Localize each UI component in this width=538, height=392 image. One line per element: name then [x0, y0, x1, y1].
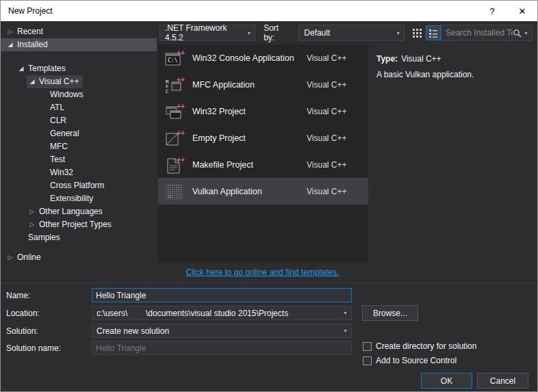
expander-spacer: [38, 179, 49, 192]
sidebar-item-installed[interactable]: ◢Installed: [1, 38, 157, 51]
svg-text:++: ++: [177, 75, 185, 83]
svg-text:++: ++: [177, 102, 185, 109]
new-project-dialog: New Project ? ✕ ▷Recent◢Installed◢Templa…: [0, 0, 538, 392]
sidebar-item-cross-platform[interactable]: Cross Platform: [1, 179, 157, 192]
sidebar-item-visual-c[interactable]: ◢Visual C++: [1, 75, 157, 88]
sidebar-item-label: General: [49, 127, 84, 140]
sidebar-item-other-project-types[interactable]: ▷Other Project Types: [1, 218, 157, 231]
framework-dropdown-value: .NET Framework 4.5.2: [165, 23, 242, 42]
expander-spacer: [38, 140, 49, 153]
template-language: Visual C++: [307, 187, 366, 196]
search-box[interactable]: ▼: [441, 25, 533, 41]
create-directory-checkbox[interactable]: Create directory for solution: [363, 341, 476, 351]
project-config-panel: Name: Location: c:\users\ \documents\vis…: [1, 283, 537, 391]
source-control-checkbox-label: Add to Source Control: [376, 356, 457, 365]
expander-spacer: [38, 153, 49, 166]
solution-label: Solution:: [6, 326, 38, 336]
svg-text:C:\: C:\: [168, 57, 178, 64]
sidebar-item-atl[interactable]: ATL: [1, 101, 157, 114]
expander-expanded-icon[interactable]: ◢: [27, 75, 38, 88]
sidebar-item-label: Installed: [16, 38, 52, 51]
online-templates-link[interactable]: Click here to go online and find templat…: [186, 267, 339, 277]
sidebar-item-label: Templates: [27, 62, 70, 75]
info-description: A basic Vulkan application.: [376, 70, 532, 79]
makefile-project-icon: ++: [164, 154, 185, 176]
sidebar-item-label: Extensibility: [49, 192, 97, 205]
sidebar-item-online[interactable]: ▷Online: [1, 251, 157, 264]
sort-dropdown[interactable]: Default ▼: [298, 25, 405, 41]
template-item-win32-console-application[interactable]: C:\++Win32 Console ApplicationVisual C++: [158, 44, 368, 71]
sidebar-item-recent[interactable]: ▷Recent: [1, 25, 157, 38]
location-value: c:\users\ \documents\visual studio 2015\…: [97, 309, 339, 318]
sidebar-item-general[interactable]: General: [1, 127, 157, 140]
expander-collapsed-icon[interactable]: ▷: [27, 218, 38, 231]
template-item-win32-project[interactable]: ++Win32 ProjectVisual C++: [158, 98, 368, 125]
expander-spacer: [38, 127, 49, 140]
help-button[interactable]: ?: [477, 1, 507, 21]
sidebar-item-other-languages[interactable]: ▷Other Languages: [1, 205, 157, 218]
list-view-button[interactable]: [426, 25, 441, 40]
expander-collapsed-icon[interactable]: ▷: [27, 205, 38, 218]
chevron-down-icon: ▼: [242, 31, 251, 36]
sidebar-item-label: Other Project Types: [38, 218, 116, 231]
template-name: MFC Application: [192, 80, 307, 90]
source-control-checkbox[interactable]: Add to Source Control: [363, 356, 457, 365]
template-name: Win32 Console Application: [192, 53, 307, 63]
chevron-down-icon[interactable]: ▼: [522, 31, 528, 36]
sidebar-item-label: CLR: [49, 114, 71, 127]
sidebar-item-label: Test: [49, 153, 69, 166]
template-name: Empty Project: [192, 133, 307, 143]
project-name-input[interactable]: [92, 288, 352, 302]
template-toolbar: .NET Framework 4.5.2 ▼ Sort by: Default …: [157, 21, 537, 44]
sidebar-item-samples[interactable]: Samples: [1, 231, 157, 244]
ok-button[interactable]: OK: [421, 373, 472, 389]
sidebar-item-clr[interactable]: CLR: [1, 114, 157, 127]
solution-name-label: Solution name:: [6, 343, 61, 353]
sidebar-item-label: Recent: [16, 25, 47, 38]
titlebar[interactable]: New Project ? ✕: [1, 1, 537, 21]
sidebar-item-label: Samples: [27, 231, 64, 244]
search-icon[interactable]: [513, 29, 522, 38]
sidebar-item-label: Win32: [49, 166, 77, 179]
svg-text:++: ++: [177, 129, 185, 136]
expander-expanded-icon[interactable]: ◢: [16, 62, 27, 75]
svg-text:++: ++: [177, 49, 185, 56]
search-input[interactable]: [443, 28, 513, 38]
source-control-checkbox-input[interactable]: [363, 356, 372, 365]
vulkan-app-icon: [164, 181, 185, 202]
template-item-makefile-project[interactable]: ++Makefile ProjectVisual C++: [158, 151, 368, 178]
expander-expanded-icon[interactable]: ◢: [5, 38, 16, 51]
sidebar-item-templates[interactable]: ◢Templates: [1, 62, 157, 75]
solution-dropdown[interactable]: Create new solution ▼: [92, 324, 352, 338]
expander-collapsed-icon[interactable]: ▷: [5, 25, 16, 38]
location-label: Location:: [6, 309, 40, 318]
sidebar-item-mfc[interactable]: MFC: [1, 140, 157, 153]
location-dropdown[interactable]: c:\users\ \documents\visual studio 2015\…: [92, 306, 352, 320]
close-button[interactable]: ✕: [507, 1, 537, 21]
sidebar-item-test[interactable]: Test: [1, 153, 157, 166]
expander-spacer: [38, 192, 49, 205]
empty-project-icon: ++: [164, 127, 185, 149]
create-directory-checkbox-input[interactable]: [363, 342, 372, 351]
template-language: Visual C++: [307, 53, 366, 63]
sidebar-item-label: Cross Platform: [49, 179, 108, 192]
solution-name-input[interactable]: [92, 341, 352, 355]
template-item-vulkan-application[interactable]: Vulkan ApplicationVisual C++: [158, 178, 368, 205]
template-item-empty-project[interactable]: ++Empty ProjectVisual C++: [158, 125, 368, 151]
browse-button[interactable]: Browse...: [362, 305, 418, 321]
expander-spacer: [38, 101, 49, 114]
expander-collapsed-icon[interactable]: ▷: [5, 251, 16, 264]
template-language: Visual C++: [307, 80, 366, 90]
sidebar-item-win32[interactable]: Win32: [1, 166, 157, 179]
chevron-down-icon: ▼: [392, 31, 400, 36]
list-view-icon: [428, 28, 438, 38]
cancel-button[interactable]: Cancel: [477, 373, 528, 389]
sidebar-item-windows[interactable]: Windows: [1, 88, 157, 101]
sidebar-item-extensibility[interactable]: Extensibility: [1, 192, 157, 205]
framework-dropdown[interactable]: .NET Framework 4.5.2 ▼: [159, 25, 255, 41]
small-icons-view-icon: [412, 28, 422, 38]
template-language: Visual C++: [307, 133, 366, 143]
small-icons-view-button[interactable]: [409, 25, 424, 40]
template-item-mfc-application[interactable]: MFC++MFC ApplicationVisual C++: [158, 71, 368, 98]
win32-console-app-icon: C:\++: [164, 47, 185, 69]
